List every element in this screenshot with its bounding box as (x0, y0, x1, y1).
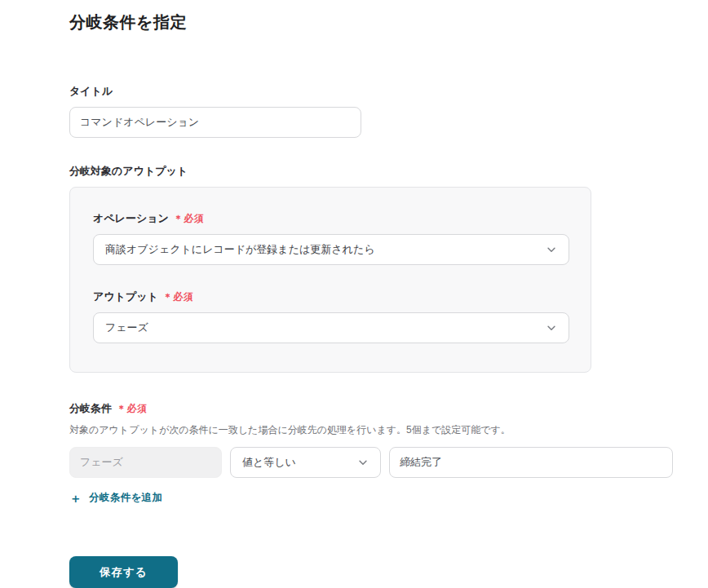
operation-select-value: 商談オブジェクトにレコードが登録または更新されたら (105, 242, 374, 257)
operation-select[interactable]: 商談オブジェクトにレコードが登録または更新されたら (93, 234, 569, 265)
branch-output-section-label: 分岐対象のアウトプット (69, 164, 673, 179)
plus-icon: ＋ (69, 492, 82, 504)
condition-value-input[interactable] (389, 447, 673, 478)
condition-target-value: フェーズ (80, 455, 123, 470)
branch-output-card: オペレーション＊必須 商談オブジェクトにレコードが登録または更新されたら アウト… (69, 187, 591, 373)
operation-label-text: オペレーション (93, 212, 169, 224)
operator-select[interactable]: 値と等しい (230, 447, 381, 478)
save-button[interactable]: 保存する (69, 556, 178, 588)
condition-target-input: フェーズ (69, 447, 222, 478)
condition-description: 対象のアウトプットが次の条件に一致した場合に分岐先の処理を行います。5個まで設定… (69, 423, 673, 437)
condition-label-text: 分岐条件 (69, 402, 112, 414)
chevron-down-icon (357, 457, 369, 468)
condition-row: フェーズ 値と等しい (69, 447, 673, 478)
condition-label: 分岐条件＊必須 (69, 401, 673, 416)
branch-condition-page: 分岐条件を指定 タイトル 分岐対象のアウトプット オペレーション＊必須 商談オブ… (0, 0, 708, 588)
required-badge: ＊必須 (174, 213, 205, 224)
add-condition-button[interactable]: ＋ 分岐条件を追加 (69, 491, 162, 505)
branch-output-section: 分岐対象のアウトプット オペレーション＊必須 商談オブジェクトにレコードが登録ま… (69, 164, 673, 373)
output-label-text: アウトプット (93, 290, 158, 303)
form-content: 分岐条件を指定 タイトル 分岐対象のアウトプット オペレーション＊必須 商談オブ… (0, 0, 673, 588)
page-title: 分岐条件を指定 (69, 11, 673, 33)
add-condition-label: 分岐条件を追加 (89, 491, 162, 505)
output-label: アウトプット＊必須 (93, 290, 568, 304)
operation-field-group: オペレーション＊必須 商談オブジェクトにレコードが登録または更新されたら (93, 211, 568, 265)
title-field-group: タイトル (69, 84, 673, 138)
branch-condition-section: 分岐条件＊必須 対象のアウトプットが次の条件に一致した場合に分岐先の処理を行いま… (69, 401, 673, 506)
required-badge: ＊必須 (163, 291, 194, 303)
output-field-group: アウトプット＊必須 フェーズ (93, 290, 568, 343)
operation-label: オペレーション＊必須 (93, 211, 568, 226)
output-select[interactable]: フェーズ (93, 312, 569, 343)
required-badge: ＊必須 (117, 403, 148, 414)
chevron-down-icon (546, 322, 557, 334)
title-field-label: タイトル (69, 84, 673, 99)
output-select-value: フェーズ (105, 321, 148, 335)
operator-select-value: 値と等しい (242, 455, 296, 470)
chevron-down-icon (546, 244, 557, 255)
title-input[interactable] (69, 107, 361, 138)
